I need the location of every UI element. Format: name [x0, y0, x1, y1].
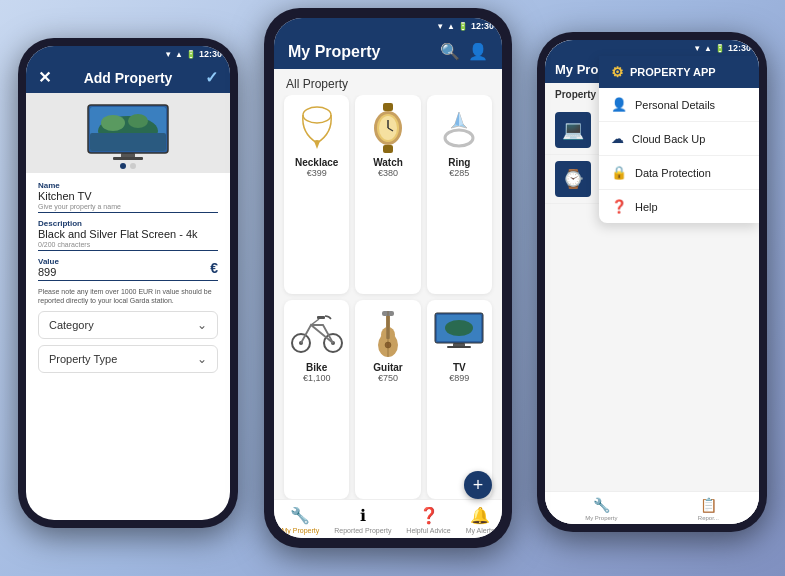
battery-icon-r: 🔋 — [715, 44, 725, 53]
bottom-nav: 🔧 My Property ℹ Reported Property ❓ Help… — [274, 499, 502, 538]
menu-help[interactable]: ❓ Help — [599, 190, 759, 223]
guitar-image — [360, 308, 416, 358]
property-type-label: Property Type — [49, 353, 117, 365]
svg-rect-6 — [90, 133, 166, 151]
menu-personal-details[interactable]: 👤 Personal Details — [599, 88, 759, 122]
dot-1 — [120, 163, 126, 169]
name-field[interactable]: Name Kitchen TV Give your property a nam… — [38, 181, 218, 213]
svg-rect-12 — [383, 145, 393, 153]
header-icons: 🔍 👤 — [440, 42, 488, 61]
form-content: Name Kitchen TV Give your property a nam… — [26, 173, 230, 520]
right-nav-property-icon: 🔧 — [593, 497, 610, 513]
nav-reported-label: Reported Property — [334, 527, 391, 534]
nav-alerts-label: My Alerts — [466, 527, 495, 534]
menu-title: PROPERTY APP — [630, 66, 716, 78]
nav-my-property[interactable]: 🔧 My Property — [281, 506, 319, 534]
confirm-icon[interactable]: ✓ — [205, 68, 218, 87]
property-card-guitar[interactable]: Guitar €750 — [355, 300, 420, 499]
alerts-icon: 🔔 — [470, 506, 490, 525]
phone-left: ▼ ▲ 🔋 12:30 ✕ Add Property ✓ — [18, 38, 238, 528]
screen-left: ▼ ▲ 🔋 12:30 ✕ Add Property ✓ — [26, 46, 230, 520]
necklace-image — [289, 103, 345, 153]
phone-right: ▼ ▲ 🔋 12:30 My Proper Property Cate... 💻… — [537, 32, 767, 532]
svg-point-4 — [101, 115, 125, 131]
value-value: 899 — [38, 266, 59, 278]
property-card-watch[interactable]: Watch €380 — [355, 95, 420, 294]
signal-icon: ▼ — [164, 50, 172, 59]
watch-price: €380 — [378, 168, 398, 178]
signal-icon-r: ▼ — [693, 44, 701, 53]
help-icon: ❓ — [611, 199, 627, 214]
desc-field[interactable]: Description Black and Silver Flat Screen… — [38, 219, 218, 251]
ring-image — [431, 103, 487, 153]
name-hint: Give your property a name — [38, 203, 218, 210]
svg-point-5 — [128, 114, 148, 128]
gear-icon: ⚙ — [611, 64, 624, 80]
phone-center: ▼ ▲ 🔋 12:30 My Property 🔍 👤 All Property — [264, 8, 512, 548]
wifi-icon-r: ▲ — [704, 44, 712, 53]
cloud-backup-icon: ☁ — [611, 131, 624, 146]
property-type-dropdown[interactable]: Property Type ⌄ — [38, 345, 218, 373]
svg-rect-8 — [113, 157, 143, 160]
guitar-name: Guitar — [373, 362, 402, 373]
wifi-icon: ▲ — [175, 50, 183, 59]
battery-icon: 🔋 — [186, 50, 196, 59]
property-card-ring[interactable]: Ring €285 — [427, 95, 492, 294]
header-title-left: Add Property — [84, 70, 173, 86]
property-card-necklace[interactable]: Necklace €399 — [284, 95, 349, 294]
desc-value: Black and Silver Flat Screen - 4k — [38, 228, 218, 240]
right-nav-property-label: My Property — [585, 515, 617, 521]
category-label: Category — [49, 319, 94, 331]
guitar-price: €750 — [378, 373, 398, 383]
svg-marker-21 — [459, 112, 463, 126]
fab-button[interactable]: + — [464, 471, 492, 499]
my-property-icon: 🔧 — [290, 506, 310, 525]
status-bar-right: ▼ ▲ 🔋 12:30 — [545, 40, 759, 56]
account-icon[interactable]: 👤 — [468, 42, 488, 61]
ring-name: Ring — [448, 157, 470, 168]
close-icon[interactable]: ✕ — [38, 68, 51, 87]
property-card-tv[interactable]: TV €899 — [427, 300, 492, 499]
nav-reported[interactable]: ℹ Reported Property — [334, 506, 391, 534]
desc-hint: 0/200 characters — [38, 241, 218, 248]
advice-icon: ❓ — [419, 506, 439, 525]
necklace-price: €399 — [307, 168, 327, 178]
watch-name: Watch — [373, 157, 403, 168]
right-nav-reported[interactable]: 📋 Repor... — [698, 497, 719, 521]
value-field[interactable]: Value 899 € — [38, 257, 218, 281]
bike-name: Bike — [306, 362, 327, 373]
property-card-bike[interactable]: Bike €1,100 — [284, 300, 349, 499]
tv-image-area — [26, 93, 230, 173]
right-nav-property[interactable]: 🔧 My Property — [585, 497, 617, 521]
screen-center: ▼ ▲ 🔋 12:30 My Property 🔍 👤 All Property — [274, 18, 502, 538]
value-label: Value — [38, 257, 59, 266]
svg-rect-37 — [447, 346, 471, 348]
signal-icon-c: ▼ — [436, 22, 444, 31]
menu-cloud-backup[interactable]: ☁ Cloud Back Up — [599, 122, 759, 156]
header-title-center: My Property — [288, 43, 380, 61]
nav-advice-label: Helpful Advice — [406, 527, 450, 534]
nav-advice[interactable]: ❓ Helpful Advice — [406, 506, 450, 534]
my-property-header: My Property 🔍 👤 — [274, 34, 502, 69]
tv-name: TV — [453, 362, 466, 373]
tv-image — [83, 103, 173, 163]
electronics-icon: 💻 — [555, 112, 591, 148]
nav-my-property-label: My Property — [281, 527, 319, 534]
menu-data-protection[interactable]: 🔒 Data Protection — [599, 156, 759, 190]
svg-point-35 — [445, 320, 473, 336]
add-property-header: ✕ Add Property ✓ — [26, 62, 230, 93]
search-icon[interactable]: 🔍 — [440, 42, 460, 61]
category-dropdown[interactable]: Category ⌄ — [38, 311, 218, 339]
menu-header: ⚙ PROPERTY APP — [599, 56, 759, 88]
svg-point-10 — [303, 107, 331, 123]
reported-icon: ℹ — [360, 506, 366, 525]
property-grid: Necklace €399 Watch €380 — [274, 95, 502, 499]
ring-price: €285 — [449, 168, 469, 178]
bike-image — [289, 308, 345, 358]
data-protection-icon: 🔒 — [611, 165, 627, 180]
svg-rect-11 — [383, 103, 393, 111]
status-time-center: 12:30 — [471, 21, 494, 31]
svg-rect-26 — [317, 316, 325, 319]
right-bottom-nav: 🔧 My Property 📋 Repor... — [545, 491, 759, 524]
nav-alerts[interactable]: 🔔 My Alerts — [466, 506, 495, 534]
